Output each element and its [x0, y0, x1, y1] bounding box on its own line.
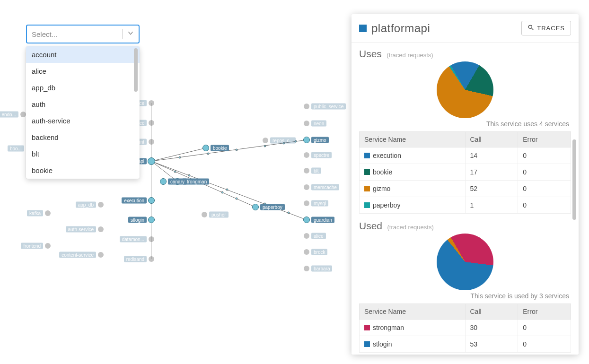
graph-node-label: barbara [311, 266, 332, 272]
graph-node[interactable] [202, 145, 209, 151]
select-option[interactable]: auth [26, 96, 140, 113]
graph-node[interactable] [304, 266, 309, 271]
select-option[interactable]: account [26, 46, 140, 63]
graph-node[interactable] [149, 100, 154, 106]
used-title: Used [359, 220, 382, 231]
graph-node[interactable] [98, 252, 104, 258]
table-row[interactable]: strongman300 [360, 320, 571, 336]
traces-button[interactable]: TRACES [521, 21, 571, 35]
graph-node-label: alice [311, 233, 326, 239]
select-option[interactable]: bookie [26, 162, 140, 179]
graph-node[interactable] [202, 212, 207, 217]
select-option[interactable]: auth-service [26, 113, 140, 129]
svg-point-14 [221, 191, 223, 193]
graph-node[interactable] [148, 217, 155, 223]
service-color-swatch [359, 25, 367, 32]
graph-node-label: memcache [311, 184, 339, 191]
col-service-name: Service Name [360, 304, 466, 320]
search-icon [527, 24, 534, 32]
svg-line-1 [151, 148, 206, 161]
graph-node-label: execution [122, 198, 147, 204]
used-pie-chart [437, 234, 493, 290]
graph-node[interactable] [148, 197, 155, 204]
svg-point-7 [207, 153, 209, 155]
col-call: Call [465, 304, 518, 320]
svg-line-21 [532, 28, 534, 30]
table-row[interactable]: bookie170 [360, 164, 571, 181]
graph-node[interactable] [304, 152, 309, 158]
used-caption: This service is used by 3 services [359, 292, 569, 300]
used-table: Service Name Call Error strongman300stlo… [359, 303, 571, 353]
graph-node[interactable] [149, 256, 154, 262]
graph-node[interactable] [160, 178, 167, 185]
graph-node-label: boo... [8, 146, 24, 152]
panel-body[interactable]: Uses (traced requests) This service uses… [352, 43, 579, 355]
graph-node[interactable] [303, 137, 310, 143]
graph-node[interactable] [304, 200, 309, 206]
select-control[interactable]: Select... [26, 25, 140, 43]
graph-node[interactable] [263, 138, 268, 143]
col-error: Error [518, 304, 571, 320]
graph-node-label: app_db [76, 202, 96, 208]
uses-title: Uses [359, 48, 382, 59]
graph-node-label: blt [311, 168, 321, 174]
svg-point-6 [179, 156, 181, 158]
graph-node-label: frontend [21, 243, 43, 249]
graph-node-label: spectre [311, 152, 332, 158]
service-select[interactable]: Select... accountaliceapp_dbauthauth-ser… [26, 25, 140, 179]
graph-node[interactable] [304, 121, 309, 126]
graph-node[interactable] [20, 112, 26, 117]
svg-point-16 [188, 174, 190, 176]
graph-node[interactable] [98, 202, 104, 208]
select-option[interactable]: blt [26, 146, 140, 162]
table-row[interactable]: gizmo520 [360, 181, 571, 197]
scrollbar-thumb[interactable] [572, 139, 576, 220]
graph-node-label: neon [311, 121, 326, 127]
svg-point-9 [264, 145, 266, 147]
table-row[interactable]: stlogin530 [360, 336, 571, 353]
scrollbar-thumb[interactable] [134, 48, 138, 92]
graph-node[interactable] [304, 233, 309, 239]
graph-node-label: content-service [59, 252, 96, 258]
graph-node-label: datamon... [120, 236, 147, 243]
panel-title: platformapi [371, 22, 521, 35]
graph-node-label: bookie [211, 145, 229, 151]
svg-point-17 [226, 189, 228, 191]
graph-node[interactable] [149, 120, 154, 126]
graph-node[interactable] [98, 226, 104, 232]
service-detail-panel: platformapi TRACES Uses (traced requests… [352, 14, 579, 355]
table-row[interactable]: execution140 [360, 147, 571, 164]
chevron-down-icon[interactable] [126, 29, 135, 39]
graph-node[interactable] [45, 243, 51, 249]
select-placeholder: Select... [32, 30, 118, 38]
graph-node[interactable] [45, 210, 51, 216]
graph-node[interactable] [304, 184, 309, 190]
graph-node-label: paperboy [260, 204, 285, 210]
table-row[interactable]: paperboy10 [360, 197, 571, 214]
graph-node-label: guardian [311, 217, 334, 223]
graph-node[interactable] [149, 236, 154, 242]
uses-section: Uses (traced requests) This service uses… [359, 48, 571, 214]
used-subtitle: (traced requests) [387, 224, 433, 231]
traces-button-label: TRACES [537, 25, 565, 32]
graph-node-label: gizmo [311, 137, 329, 143]
graph-node[interactable] [252, 204, 259, 210]
select-option[interactable]: app_db [26, 79, 140, 96]
graph-node-label: endo... [0, 112, 18, 118]
svg-point-20 [529, 25, 532, 28]
select-option[interactable]: alice [26, 63, 140, 79]
graph-node[interactable] [149, 139, 154, 145]
uses-pie-chart [437, 61, 493, 118]
select-option[interactable]: backend [26, 129, 140, 146]
graph-node[interactable] [303, 217, 310, 223]
graph-node[interactable] [304, 104, 309, 109]
graph-node[interactable] [304, 168, 309, 173]
col-service-name: Service Name [360, 132, 466, 147]
graph-node-label: auth-service [66, 226, 96, 233]
graph-node-label: canary [168, 179, 187, 185]
graph-node[interactable] [148, 157, 155, 165]
graph-node[interactable] [304, 249, 309, 255]
svg-line-5 [151, 161, 307, 220]
graph-node-label: stlogin [128, 217, 147, 223]
svg-point-8 [236, 149, 237, 151]
